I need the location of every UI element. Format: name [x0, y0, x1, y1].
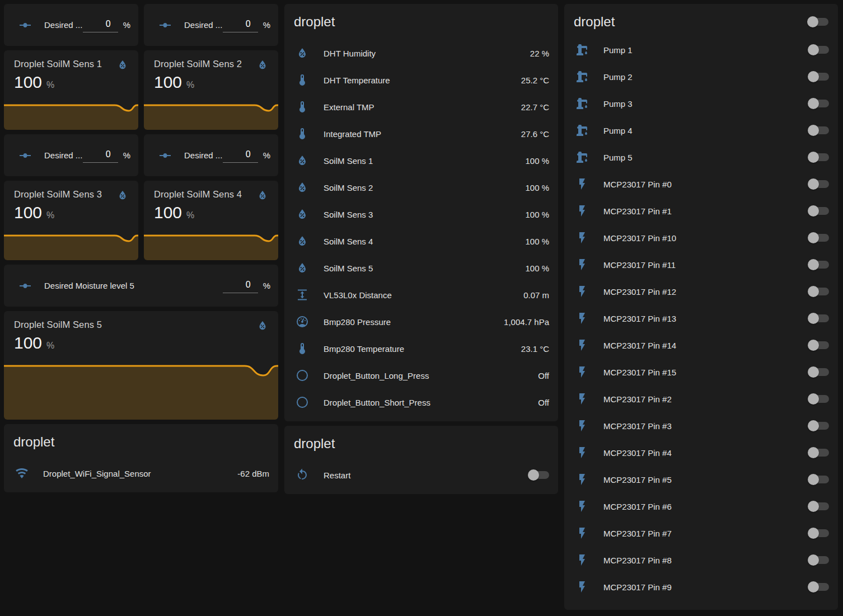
toggle-switch[interactable] [808, 232, 829, 244]
entity-row[interactable]: SoilM Sens 3 100 % [284, 201, 558, 228]
history-sparkline [144, 233, 278, 260]
entity-row[interactable]: Droplet_Button_Long_Press Off [284, 362, 558, 389]
toggle-switch[interactable] [808, 70, 829, 83]
entity-row[interactable]: MCP23017 Pin #9 [564, 573, 838, 600]
toggle-switch[interactable] [808, 312, 829, 325]
ray-vertex-icon [158, 18, 172, 32]
toggle-switch[interactable] [808, 446, 829, 459]
entity-icon [575, 285, 589, 298]
toggle-switch[interactable] [808, 554, 829, 566]
entity-name: MCP23017 Pin #4 [603, 448, 808, 458]
toggle-switch[interactable] [808, 178, 829, 190]
entity-row[interactable]: SoilM Sens 2 100 % [284, 174, 558, 201]
entity-row[interactable]: External TMP 22.7 °C [284, 93, 558, 120]
entity-name: Bmp280 Temperature [324, 344, 514, 354]
entity-row[interactable]: MCP23017 Pin #7 [564, 520, 838, 547]
soil-sensor-card-1[interactable]: Droplet SoilM Sens 1 100 % [4, 50, 138, 130]
entity-icon [296, 73, 309, 87]
desired-moisture-input-4[interactable] [223, 148, 258, 163]
sensor-card-title: Droplet SoilM Sens 3 [14, 189, 102, 200]
entity-row[interactable]: MCP23017 Pin #3 [564, 412, 838, 439]
entity-row[interactable]: Pump 1 [564, 36, 838, 63]
soil-sensor-card-3[interactable]: Droplet SoilM Sens 3 100 % [4, 181, 138, 260]
entity-row[interactable]: Bmp280 Temperature 23.1 °C [284, 335, 558, 362]
toggle-switch[interactable] [808, 366, 829, 378]
entity-row[interactable]: MCP23017 Pin #6 [564, 493, 838, 520]
entity-row[interactable]: Pump 2 [564, 63, 838, 90]
entity-row[interactable]: MCP23017 Pin #0 [564, 171, 838, 198]
entity-row[interactable]: Droplet_WiFi_Signal_Sensor -62 dBm [4, 460, 278, 487]
entity-icon [575, 446, 589, 459]
entity-row[interactable]: Pump 3 [564, 90, 838, 117]
desired-moisture-input-1[interactable] [83, 18, 118, 32]
toggle-switch[interactable] [808, 473, 829, 486]
entity-row[interactable]: Pump 4 [564, 117, 838, 144]
toggle-switch[interactable] [808, 205, 829, 217]
entity-row[interactable]: DHT Humidity 22 % [284, 40, 558, 67]
toggle-switch[interactable] [808, 44, 829, 56]
entity-row[interactable]: DHT Temperature 25.2 °C [284, 67, 558, 93]
entity-name: MCP23017 Pin #12 [603, 287, 808, 297]
entity-row[interactable]: MCP23017 Pin #14 [564, 332, 838, 359]
entity-icon [575, 70, 589, 83]
desired-moisture-input-2[interactable] [223, 18, 258, 32]
toggle-switch[interactable] [808, 339, 829, 351]
entity-value: 25.2 °C [521, 76, 549, 85]
entity-icon [296, 261, 309, 275]
entity-row[interactable]: MCP23017 Pin #2 [564, 385, 838, 412]
entity-name: Pump 3 [603, 99, 808, 109]
entity-value: 23.1 °C [521, 344, 549, 354]
toggle-switch[interactable] [808, 393, 829, 405]
entity-icon [575, 177, 589, 191]
card-title: droplet [574, 13, 615, 30]
toggle-switch[interactable] [808, 285, 829, 298]
history-sparkline [4, 103, 138, 130]
entity-row[interactable]: Bmp280 Pressure 1,004.7 hPa [284, 308, 558, 335]
entity-row[interactable]: SoilM Sens 4 100 % [284, 228, 558, 255]
toggle-switch[interactable] [808, 420, 829, 432]
sensor-unit: % [186, 80, 194, 90]
entity-row[interactable]: MCP23017 Pin #4 [564, 439, 838, 466]
toggle-switch[interactable] [808, 258, 829, 271]
desired-moisture-input-5[interactable] [223, 279, 258, 293]
entity-row[interactable]: MCP23017 Pin #1 [564, 198, 838, 224]
entity-row[interactable]: MCP23017 Pin #11 [564, 251, 838, 278]
entity-row[interactable]: Integrated TMP 27.6 °C [284, 120, 558, 147]
entity-name: Restart [324, 471, 528, 480]
toggle-switch[interactable] [528, 469, 549, 481]
entity-name: MCP23017 Pin #13 [603, 314, 808, 323]
entity-row[interactable]: SoilM Sens 1 100 % [284, 147, 558, 174]
entity-icon [575, 580, 589, 594]
soil-sensor-card-2[interactable]: Droplet SoilM Sens 2 100 % [144, 50, 278, 130]
toggle-switch[interactable] [808, 151, 829, 163]
entity-row[interactable]: MCP23017 Pin #8 [564, 547, 838, 573]
entity-row[interactable]: MCP23017 Pin #13 [564, 305, 838, 332]
desired-label: Desired ... [184, 151, 222, 160]
entity-name: MCP23017 Pin #7 [603, 529, 808, 538]
toggle-switch[interactable] [808, 527, 829, 539]
entity-row[interactable]: MCP23017 Pin #5 [564, 466, 838, 493]
toggle-switch[interactable] [808, 581, 829, 593]
entity-row[interactable]: Restart [284, 462, 558, 488]
water-percent-icon [116, 59, 129, 71]
entity-name: SoilM Sens 3 [324, 210, 518, 219]
desired-moisture-input-3[interactable] [83, 148, 118, 163]
entity-name: MCP23017 Pin #15 [603, 368, 808, 377]
entity-row[interactable]: VL53L0x Distance 0.07 m [284, 281, 558, 308]
soil-sensor-card-4[interactable]: Droplet SoilM Sens 4 100 % [144, 181, 278, 260]
water-percent-icon [116, 189, 129, 201]
entity-row[interactable]: MCP23017 Pin #15 [564, 359, 838, 385]
toggle-all-switch[interactable] [807, 16, 828, 28]
entity-row[interactable]: Pump 5 [564, 144, 838, 171]
entity-row[interactable]: Droplet_Button_Short_Press Off [284, 389, 558, 416]
soil-sensor-card-5[interactable]: Droplet SoilM Sens 5 100 % [4, 311, 278, 420]
entity-icon [575, 365, 589, 379]
toggle-switch[interactable] [808, 500, 829, 512]
toggle-switch[interactable] [808, 97, 829, 110]
entity-row[interactable]: SoilM Sens 5 100 % [284, 255, 558, 281]
entity-row[interactable]: MCP23017 Pin #12 [564, 278, 838, 305]
entity-name: Bmp280 Pressure [324, 317, 497, 327]
toggle-switch[interactable] [808, 124, 829, 137]
entity-row[interactable]: MCP23017 Pin #10 [564, 224, 838, 251]
right-column: droplet Pump 1 [564, 4, 838, 610]
